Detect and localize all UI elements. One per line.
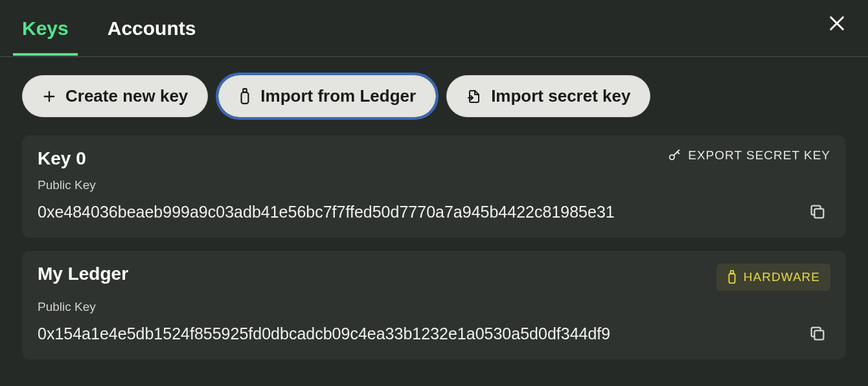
public-key-value: 0xe484036beaeb999a9c03adb41e56bc7f7ffed5… (38, 203, 615, 221)
close-button[interactable] (824, 10, 850, 36)
import-secret-key-label: Import secret key (491, 86, 630, 106)
close-icon (828, 14, 846, 32)
public-key-label: Public Key (38, 178, 830, 192)
svg-rect-10 (814, 330, 823, 339)
hardware-badge-label: HARDWARE (744, 270, 820, 284)
svg-rect-7 (814, 209, 823, 218)
svg-rect-9 (729, 274, 735, 284)
key-card: Key 0 EXPORT SECRET KEY Public Key 0xe48… (22, 135, 846, 238)
svg-rect-5 (242, 92, 249, 103)
key-icon (667, 148, 681, 163)
public-key-label: Public Key (38, 300, 830, 314)
export-secret-key-button[interactable]: EXPORT SECRET KEY (667, 148, 830, 163)
create-new-key-button[interactable]: Create new key (22, 75, 208, 117)
copy-public-key-button[interactable] (805, 321, 830, 346)
key-card: My Ledger HARDWARE Public Key 0x154a1e4e… (22, 251, 846, 359)
key-name: Key 0 (38, 148, 86, 169)
public-key-value: 0x154a1e4e5db1524f855925fd0dbcadcb09c4ea… (38, 324, 610, 343)
create-new-key-label: Create new key (65, 86, 188, 106)
plus-icon (42, 89, 56, 104)
file-import-icon (466, 88, 482, 105)
export-secret-key-label: EXPORT SECRET KEY (688, 148, 830, 163)
import-secret-key-button[interactable]: Import secret key (446, 75, 650, 117)
copy-public-key-button[interactable] (805, 199, 830, 225)
usb-icon (727, 270, 737, 284)
tab-accounts[interactable]: Accounts (98, 2, 205, 55)
import-from-ledger-label: Import from Ledger (260, 86, 416, 106)
import-from-ledger-button[interactable]: Import from Ledger (218, 75, 436, 117)
key-name: My Ledger (38, 264, 128, 284)
copy-icon (808, 203, 827, 221)
copy-icon (808, 324, 827, 343)
usb-icon (238, 88, 251, 105)
tab-keys[interactable]: Keys (13, 2, 78, 55)
hardware-badge: HARDWARE (716, 264, 830, 291)
